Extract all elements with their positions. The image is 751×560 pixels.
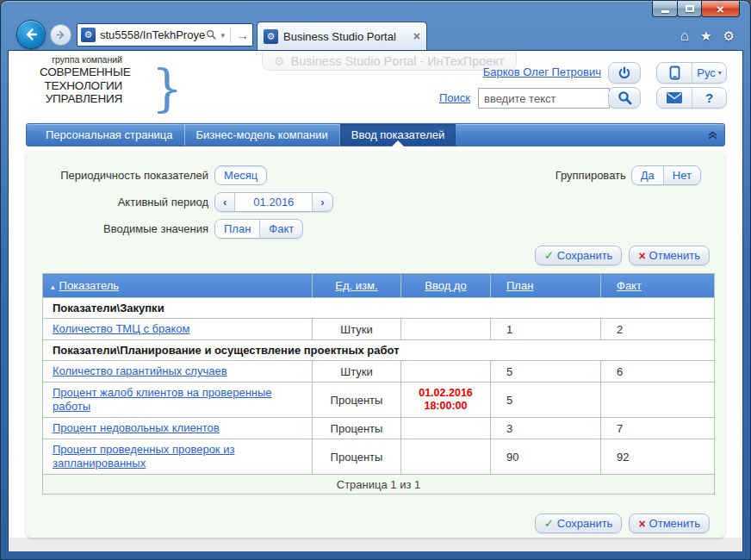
table-row: Процент жалоб клиентов на проверенные ра… [43, 383, 715, 418]
periodicity-month-button[interactable]: Месяц [214, 165, 267, 185]
table-row: Количество гарантийных случаев Штуки 5 6 [43, 361, 715, 383]
column-plan[interactable]: План [491, 274, 601, 298]
address-bar[interactable]: ⚙ stu5558/InTekhProyekt/ ▾ → [77, 23, 253, 47]
nav-tab-business-model[interactable]: Бизнес-модель компании [184, 124, 339, 146]
language-dropdown[interactable]: Рус ▾ [692, 63, 726, 83]
favorites-star-icon[interactable]: ★ [700, 28, 711, 43]
fact-toggle-button[interactable]: Факт [259, 220, 302, 238]
tab-favicon: ⚙ [264, 29, 278, 44]
fact-cell[interactable]: 2 [601, 319, 715, 340]
search-button[interactable] [608, 87, 641, 109]
search-input[interactable] [478, 88, 610, 109]
maximize-icon [686, 5, 694, 12]
cancel-x-icon: × [638, 517, 645, 531]
minimize-button[interactable] [652, 1, 678, 17]
watermark-text: Business Studio Portal - ИнТехПроект [291, 54, 505, 68]
nav-tab-personal-page[interactable]: Персональная страница [34, 124, 184, 146]
top-actions: ✓ Сохранить × Отменить [26, 246, 725, 265]
nav-tab-indicator-input[interactable]: Ввод показателей [339, 124, 456, 146]
tab-close-icon[interactable]: × [413, 29, 420, 43]
plan-cell[interactable]: 3 [491, 418, 601, 439]
go-button-icon[interactable]: → [236, 28, 249, 41]
mail-help-group: ? [656, 87, 727, 109]
page-viewport: группа компаний СОВРЕМЕННЫЕ ТЕХНОЛОГИИ У… [8, 50, 743, 551]
help-icon: ? [705, 90, 713, 105]
cancel-button[interactable]: × Отменить [629, 246, 710, 265]
cancel-label: Отменить [649, 249, 700, 262]
plan-cell[interactable]: 90 [491, 439, 601, 475]
fact-cell[interactable]: 92 [601, 439, 715, 475]
cancel-button-bottom[interactable]: × Отменить [629, 513, 710, 533]
browser-tab[interactable]: ⚙ Business Studio Portal × [257, 22, 427, 50]
indicator-link[interactable]: Количество гарантийных случаев [53, 364, 227, 377]
logo-brace: } [152, 65, 183, 114]
column-fact-label[interactable]: Факт [617, 279, 642, 292]
logo-line-2: ТЕХНОЛОГИИ [40, 79, 122, 93]
column-deadline-label[interactable]: Ввод до [425, 279, 466, 292]
fact-cell[interactable] [601, 383, 715, 418]
fact-cell[interactable]: 7 [601, 418, 715, 439]
column-indicator-label[interactable]: Показатель [59, 279, 120, 292]
plan-cell[interactable]: 5 [491, 383, 601, 418]
watermark-gear-icon: ⚙ [274, 54, 285, 68]
plan-cell[interactable]: 1 [491, 319, 601, 340]
back-button[interactable] [16, 20, 46, 49]
address-search-icon[interactable] [206, 29, 217, 40]
unit-cell: Проценты [313, 439, 401, 475]
language-label: Рус [697, 66, 716, 79]
plan-toggle-button[interactable]: План [215, 220, 259, 238]
unit-cell: Проценты [313, 383, 401, 418]
messages-button[interactable] [657, 88, 692, 108]
periodicity-label: Периодичность показателей [26, 169, 208, 182]
plan-cell[interactable]: 5 [491, 361, 601, 383]
indicator-link[interactable]: Процент проведенных проверок из запланир… [53, 443, 234, 470]
grouping-yes-button[interactable]: Да [632, 166, 663, 184]
indicator-link[interactable]: Количество ТМЦ с браком [53, 322, 189, 335]
envelope-icon [667, 92, 682, 103]
search-link[interactable]: Поиск [439, 91, 470, 104]
save-button-bottom[interactable]: ✓ Сохранить [535, 513, 623, 533]
column-plan-label[interactable]: План [506, 279, 533, 292]
forward-button[interactable] [50, 24, 71, 46]
indicator-link[interactable]: Процент жалоб клиентов на проверенные ра… [53, 386, 272, 413]
navbar-collapse-button[interactable] [707, 129, 718, 140]
home-icon[interactable]: ⌂ [680, 28, 689, 43]
grouping-label: Группировать [555, 169, 626, 182]
maximize-button[interactable] [677, 1, 702, 17]
portal-watermark: ⚙ Business Studio Portal - ИнТехПроект [262, 51, 517, 71]
nav-tab-label: Ввод показателей [351, 128, 445, 141]
column-indicator[interactable]: ▴Показатель [43, 274, 313, 298]
indicator-link[interactable]: Процент недовольных клиентов [53, 421, 220, 434]
bottom-actions: ✓ Сохранить × Отменить [26, 513, 725, 533]
tab-favicon-gear-icon: ⚙ [267, 31, 276, 42]
title-bar[interactable]: × [8, 1, 743, 20]
entered-values-label: Вводимые значения [26, 222, 208, 235]
column-unit[interactable]: Ед. изм. [313, 274, 401, 298]
deadline-cell-overdue: 01.02.2016 18:00:00 [401, 383, 491, 418]
table-row: Количество ТМЦ с браком Штуки 1 2 [43, 319, 715, 340]
deadline-cell [401, 439, 491, 475]
unit-cell: Штуки [313, 319, 401, 340]
close-button[interactable]: × [701, 1, 740, 17]
mobile-version-button[interactable] [657, 63, 692, 83]
address-dropdown-icon[interactable]: ▾ [220, 31, 225, 40]
logo-line-3: УПРАВЛЕНИЯ [40, 92, 122, 106]
grouping-no-button[interactable]: Нет [663, 166, 700, 184]
fact-cell[interactable]: 6 [601, 361, 715, 383]
entered-values-row: Вводимые значения План Факт [26, 218, 725, 239]
page-header: группа компаний СОВРЕМЕННЫЕ ТЕХНОЛОГИИ У… [9, 51, 742, 123]
logout-button[interactable] [608, 62, 641, 84]
url-text[interactable]: stu5558/InTekhProyekt/ [100, 28, 206, 41]
column-unit-label[interactable]: Ед. изм. [335, 279, 377, 292]
power-icon [618, 66, 631, 80]
column-deadline[interactable]: Ввод до [401, 274, 491, 298]
help-button[interactable]: ? [692, 88, 726, 108]
previous-period-button[interactable]: ‹ [215, 193, 234, 211]
user-name-link[interactable]: Барков Олег Петрович [483, 65, 601, 78]
active-period-value[interactable]: 01.2016 [234, 193, 312, 211]
next-period-button[interactable]: › [312, 193, 332, 211]
column-fact[interactable]: Факт [601, 274, 715, 298]
settings-gear-icon[interactable]: ⚙ [723, 28, 735, 43]
window-frame-bottom [8, 551, 743, 559]
save-button[interactable]: ✓ Сохранить [535, 246, 623, 265]
